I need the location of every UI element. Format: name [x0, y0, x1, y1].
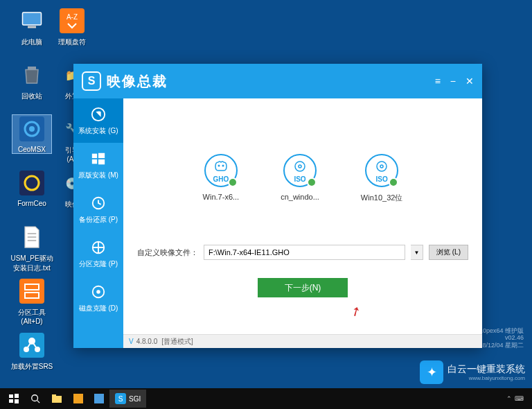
tray-expand-icon[interactable]: ⌃: [506, 395, 512, 402]
svg-rect-38: [15, 394, 19, 398]
titlebar[interactable]: S 映像总裁 ≡ − ✕: [73, 64, 482, 98]
file-path-input[interactable]: [204, 245, 405, 260]
svg-point-33: [295, 162, 305, 171]
statusbar: V 4.8.0.0 [普通模式]: [123, 334, 482, 348]
svg-point-34: [299, 165, 301, 168]
taskbar-tray[interactable]: ⌃ ⌨: [506, 395, 529, 402]
dropdown-icon[interactable]: ▼: [411, 245, 423, 260]
taskbar-explorer[interactable]: [46, 390, 68, 408]
svg-rect-46: [94, 394, 104, 403]
check-badge-icon: [389, 177, 398, 187]
image-options: GHO Win.7-x6... ISO cn_windo...: [137, 154, 468, 203]
desktop-icon-formceo[interactable]: FormCeo: [12, 169, 51, 207]
taskbar-app3[interactable]: [89, 390, 109, 408]
svg-rect-44: [52, 394, 56, 397]
sidebar-label: 原版安装 (M): [78, 171, 118, 180]
svg-rect-24: [98, 153, 105, 158]
partition-icon: [18, 277, 46, 305]
minimize-icon[interactable]: −: [450, 76, 456, 87]
taskbar: S SGI ⌃ ⌨: [0, 388, 532, 409]
check-badge-icon: [228, 177, 238, 187]
svg-text:S: S: [118, 395, 123, 403]
sidebar-label: 分区克隆 (P): [79, 259, 118, 269]
sidebar-label: 备份还原 (P): [79, 215, 118, 225]
svg-rect-45: [73, 394, 83, 403]
partition-clone-icon: [89, 238, 107, 256]
sidebar-label: 系统安装 (G): [78, 126, 118, 136]
sidebar: 系统安装 (G) 原版安装 (M) 备份还原 (P) 分区克隆 (P) 磁盘克隆…: [73, 98, 123, 348]
window-controls: ≡ − ✕: [435, 76, 474, 87]
check-badge-icon: [307, 177, 317, 187]
file-label: 自定义映像文件：: [137, 247, 198, 258]
svg-point-7: [29, 126, 35, 132]
formceo-icon: [18, 169, 46, 197]
file-row: 自定义映像文件： ▼ 浏览 (L): [137, 245, 468, 260]
windows-icon: [89, 105, 107, 123]
gho-icon: GHO: [204, 154, 238, 187]
svg-point-35: [377, 162, 387, 171]
browse-button[interactable]: 浏览 (L): [429, 245, 468, 260]
sgi-icon: S: [115, 393, 126, 404]
start-button[interactable]: [3, 390, 25, 408]
next-button[interactable]: 下一步(N): [258, 278, 348, 297]
svg-rect-39: [9, 399, 13, 403]
logo-icon: S: [82, 71, 101, 91]
svg-rect-1: [28, 26, 36, 28]
version-text: 4.8.0.0: [136, 338, 158, 345]
desktop-icon-this-pc[interactable]: 此电脑: [12, 7, 51, 47]
desktop-icon-load-srs[interactable]: 加载外置SRS: [10, 331, 54, 372]
svg-rect-4: [28, 67, 36, 70]
svg-rect-16: [19, 333, 44, 358]
sidebar-item-partition-clone[interactable]: 分区克隆 (P): [73, 232, 123, 276]
svg-rect-26: [98, 159, 105, 164]
tray-keyboard-icon[interactable]: ⌨: [515, 395, 524, 402]
svg-line-42: [37, 401, 40, 403]
taskbar-app-label: SGI: [129, 395, 141, 403]
desktop-icon-sort-drives[interactable]: A-Z 理顺盘符: [53, 7, 91, 47]
taskbar-search[interactable]: [25, 390, 46, 408]
app-window: S 映像总裁 ≡ − ✕ 系统安装 (G) 原版安装 (M) 备份还原 (P): [73, 64, 482, 348]
watermark: ✦ 白云一键重装系统 www.baiyunxitong.com: [420, 360, 525, 384]
svg-point-31: [218, 165, 220, 167]
svg-rect-8: [19, 171, 44, 195]
svg-rect-43: [52, 396, 62, 403]
windows-tiles-icon: [89, 150, 107, 168]
desktop-icon-recycle-bin[interactable]: 回收站: [12, 61, 51, 101]
disk-clone-icon: [89, 283, 107, 301]
sidebar-item-disk-clone[interactable]: 磁盘克隆 (D): [73, 276, 123, 320]
iso-icon: ISO: [365, 154, 398, 187]
svg-rect-23: [92, 154, 97, 158]
image-option-iso1[interactable]: ISO cn_windo...: [281, 154, 319, 203]
recycle-icon: [18, 61, 46, 89]
gear-icon: [18, 115, 46, 143]
version-prefix: V: [129, 338, 134, 345]
sidebar-item-backup-restore[interactable]: 备份还原 (P): [73, 187, 123, 232]
arrow-annotation-icon: ➚: [348, 302, 364, 321]
svg-rect-25: [92, 159, 97, 164]
taskbar-sgi[interactable]: S SGI: [109, 390, 146, 408]
iso-icon: ISO: [283, 154, 317, 187]
watermark-icon: ✦: [420, 360, 443, 384]
desktop-icon-ceomsx[interactable]: CeoMSX: [12, 115, 51, 153]
image-option-gho[interactable]: GHO Win.7-x6...: [203, 154, 240, 203]
content-area: GHO Win.7-x6... ISO cn_windo...: [123, 98, 482, 348]
desktop-icon-usm-log[interactable]: USM_PE驱动 安装日志.txt: [8, 223, 55, 273]
menu-icon[interactable]: ≡: [435, 76, 441, 87]
sidebar-item-original-install[interactable]: 原版安装 (M): [73, 143, 123, 187]
sidebar-label: 磁盘克隆 (D): [79, 304, 118, 313]
app-title: 映像总裁: [107, 72, 168, 91]
svg-rect-37: [9, 394, 13, 398]
sidebar-item-system-install[interactable]: 系统安装 (G): [73, 98, 123, 143]
svg-rect-13: [19, 279, 44, 304]
desktop-icon-partition[interactable]: 分区工具 (Alt+D): [12, 277, 51, 325]
svg-point-30: [96, 290, 100, 294]
image-option-iso2[interactable]: ISO Win10_32位: [361, 154, 403, 203]
svg-point-32: [222, 165, 224, 167]
sort-icon: A-Z: [58, 7, 86, 35]
close-icon[interactable]: ✕: [466, 76, 474, 87]
svg-point-41: [32, 395, 38, 401]
svg-rect-2: [60, 8, 85, 33]
srs-icon: [18, 331, 46, 359]
taskbar-app2[interactable]: [68, 390, 89, 408]
text-file-icon: [18, 223, 46, 251]
